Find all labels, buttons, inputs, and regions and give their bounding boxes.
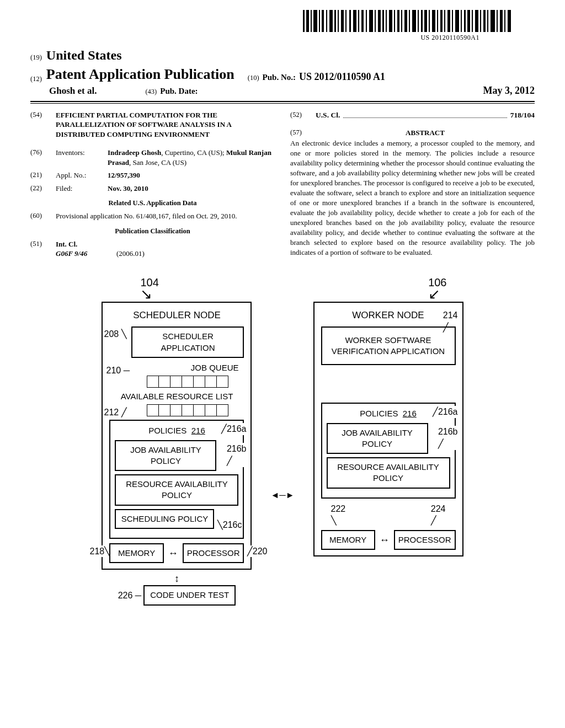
ref-212: 212 ╱ <box>104 406 126 419</box>
worker-node-title: WORKER NODE <box>321 309 456 322</box>
svg-rect-46 <box>483 10 486 32</box>
code-76: (76) <box>30 148 50 167</box>
svg-rect-4 <box>319 10 320 32</box>
svg-rect-50 <box>500 10 503 32</box>
ref-216a: ╱216a <box>221 423 247 435</box>
svg-rect-45 <box>480 10 481 32</box>
svg-rect-33 <box>432 10 435 32</box>
svg-rect-52 <box>508 10 511 32</box>
double-arrow-icon: ↔ <box>167 547 179 560</box>
code-43: (43) <box>145 87 157 97</box>
mem-proc-row-scheduler: 218╲ MEMORY ↔ PROCESSOR ╱220 <box>109 543 244 563</box>
publication-number: US 2012/0110590 A1 <box>299 70 385 83</box>
code-54: (54) <box>30 110 50 145</box>
country: United States <box>46 46 122 64</box>
job-availability-policy-box: JOB AVAILABILITY POLICY <box>327 423 428 454</box>
policies-box-scheduler: POLICIES 216 ╱216a JOB AVAILABILITY POLI… <box>109 420 244 539</box>
ref-216b: 216b╱ <box>227 443 247 467</box>
code-52: (52) <box>290 110 310 120</box>
scheduler-node-title: SCHEDULER NODE <box>109 309 244 322</box>
inventors-value: Indradeep Ghosh, Cupertino, CA (US); Muk… <box>108 148 275 167</box>
abstract-heading: ABSTRACT <box>316 128 535 138</box>
scheduler-node-box: SCHEDULER NODE 208 ╲ SCHEDULER APPLICATI… <box>102 302 252 570</box>
filed-date: Nov. 30, 2010 <box>108 184 148 194</box>
ref-226: 226 ─ <box>118 590 141 602</box>
svg-rect-5 <box>322 10 324 32</box>
classification-heading: Publication Classification <box>30 227 275 236</box>
svg-rect-18 <box>375 10 376 32</box>
svg-rect-0 <box>303 10 305 32</box>
svg-rect-38 <box>452 10 453 32</box>
svg-rect-11 <box>345 10 347 32</box>
svg-rect-26 <box>404 10 407 32</box>
svg-rect-49 <box>497 10 498 32</box>
code-57: (57) <box>290 128 310 138</box>
provisional-text: Provisional application No. 61/408,167, … <box>56 211 237 221</box>
barcode-area: US 20120110590A1 <box>30 10 513 42</box>
policies-box-worker: POLICIES 216 ╱216a JOB AVAILABILITY POLI… <box>321 403 456 498</box>
page: US 20120110590A1 (19) United States (12)… <box>0 0 565 628</box>
svg-rect-6 <box>326 10 327 32</box>
code-51: (51) <box>30 239 50 249</box>
ref-208: 208 ╲ <box>104 328 126 340</box>
svg-rect-51 <box>504 10 505 32</box>
related-heading: Related U.S. Application Data <box>30 199 275 208</box>
svg-rect-42 <box>467 10 470 32</box>
filed-label: Filed: <box>56 184 102 194</box>
svg-rect-35 <box>440 10 443 32</box>
barcode-number: US 20120110590A1 <box>420 33 479 42</box>
policies-label: POLICIES 216 <box>327 408 450 419</box>
code-22: (22) <box>30 184 50 194</box>
ref-216b-w: 216b╱ <box>438 426 458 449</box>
application-number: 12/957,390 <box>108 170 140 180</box>
svg-rect-12 <box>349 10 351 32</box>
ref-216a-w: ╱216a <box>433 406 458 418</box>
svg-rect-9 <box>338 10 339 32</box>
code-19: (19) <box>30 53 42 62</box>
svg-rect-10 <box>341 10 344 32</box>
svg-rect-15 <box>361 10 364 32</box>
svg-rect-1 <box>306 10 309 32</box>
resource-availability-policy-box: RESOURCE AVAILABILITY POLICY <box>115 474 238 506</box>
uscl-label: U.S. Cl. <box>316 110 340 120</box>
figure-area: 104 ↘ SCHEDULER NODE 208 ╲ SCHEDULER APP… <box>30 275 535 606</box>
svg-rect-41 <box>464 10 466 32</box>
svg-rect-24 <box>397 10 399 32</box>
worker-node-box: WORKER NODE 214╱ WORKER SOFTWARE VERIFIC… <box>313 302 463 556</box>
svg-rect-29 <box>418 10 419 32</box>
code-60: (60) <box>30 211 50 221</box>
svg-rect-2 <box>311 10 312 32</box>
scheduler-column: 104 ↘ SCHEDULER NODE 208 ╲ SCHEDULER APP… <box>102 275 252 606</box>
vertical-connector: ↕ <box>174 572 179 585</box>
svg-rect-30 <box>421 10 423 32</box>
code-21: (21) <box>30 170 50 180</box>
intcl-year: (2006.01) <box>116 249 145 259</box>
barcode-graphic <box>303 10 513 32</box>
appl-label: Appl. No.: <box>56 170 102 180</box>
job-queue-cells <box>131 376 244 388</box>
memory-box: MEMORY <box>109 543 163 563</box>
svg-rect-36 <box>444 10 445 32</box>
worker-app-box: WORKER SOFTWARE VERIFICATION APPLICATION <box>321 326 456 365</box>
svg-rect-47 <box>487 10 488 32</box>
svg-rect-19 <box>378 10 381 32</box>
pubno-label: Pub. No.: <box>263 72 296 83</box>
left-column: (54) EFFICIENT PARTIAL COMPUTATION FOR T… <box>30 110 275 262</box>
invention-title: EFFICIENT PARTIAL COMPUTATION FOR THE PA… <box>56 110 275 140</box>
svg-rect-16 <box>366 10 367 32</box>
scheduler-app-box: SCHEDULER APPLICATION <box>131 326 244 358</box>
svg-rect-40 <box>461 10 462 32</box>
right-column: (52) U.S. Cl. 718/104 (57) ABSTRACT An e… <box>290 110 535 262</box>
ref-104: 104 ↘ <box>140 275 158 302</box>
svg-rect-17 <box>369 10 373 32</box>
svg-rect-13 <box>353 10 356 32</box>
ref-216c: ╲216c <box>217 519 242 531</box>
uscl-value: 718/104 <box>510 110 535 120</box>
svg-rect-43 <box>472 10 473 32</box>
svg-rect-48 <box>491 10 495 32</box>
svg-rect-27 <box>409 10 410 32</box>
ref-220: ╱220 <box>247 545 268 558</box>
processor-box: PROCESSOR <box>394 530 456 550</box>
policies-label: POLICIES 216 <box>115 425 238 436</box>
avail-list-cells <box>131 404 244 416</box>
